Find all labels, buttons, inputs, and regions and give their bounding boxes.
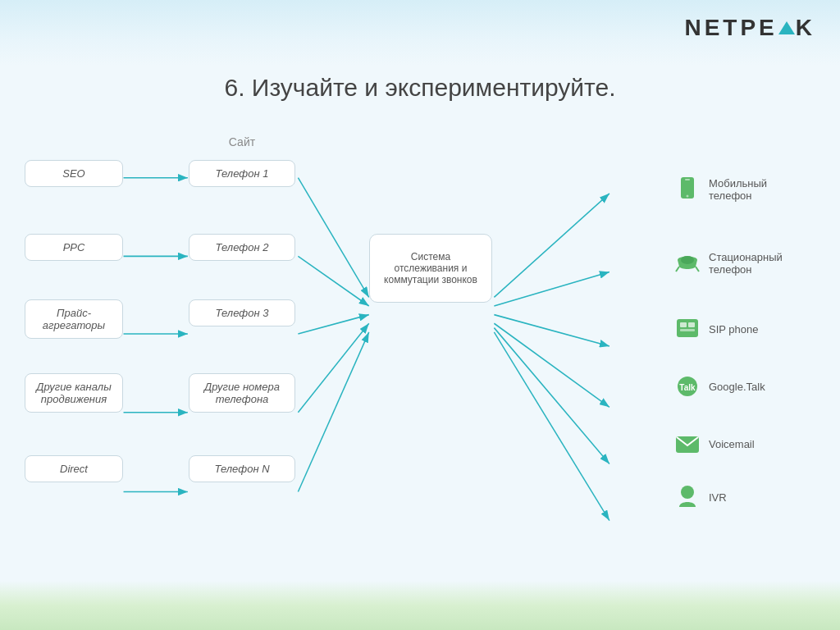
svg-line-6 — [298, 178, 368, 298]
svg-line-8 — [298, 315, 368, 334]
svg-point-20 — [681, 256, 694, 264]
svg-line-10 — [298, 332, 368, 492]
svg-line-7 — [298, 256, 368, 306]
phone-box-3: Телефон 3 — [189, 299, 295, 326]
svg-rect-23 — [688, 322, 695, 327]
phone-box-2: Телефон 2 — [189, 234, 295, 261]
svg-line-12 — [494, 272, 609, 306]
site-label: Сайт — [189, 135, 295, 148]
landline-icon — [674, 250, 701, 276]
phone-box-1: Телефон 1 — [189, 160, 295, 187]
voicemail-label: Voicemail — [709, 438, 807, 450]
phone-box-n: Телефон N — [189, 455, 295, 482]
source-seo: SEO — [25, 160, 123, 187]
landline-label: Стационарный телефон — [709, 251, 807, 276]
svg-rect-21 — [677, 319, 698, 337]
sip-label: SIP phone — [709, 323, 807, 336]
source-other: Другие каналы продвижения — [25, 373, 123, 413]
logo-text: NETPE — [684, 15, 777, 40]
diagram: Сайт SEO PPC Прайс- агрегаторы Другие ка… — [16, 127, 824, 581]
output-mobile: Мобильный телефон — [674, 176, 807, 203]
output-sip: SIP phone — [674, 316, 807, 342]
output-ivr: IVR — [674, 484, 807, 510]
gtalk-icon: Talk — [674, 373, 701, 399]
svg-text:Talk: Talk — [679, 383, 696, 392]
logo-text-end: K — [796, 15, 815, 40]
svg-line-16 — [494, 332, 609, 521]
svg-rect-22 — [680, 322, 687, 327]
phone-box-other: Другие номера телефона — [189, 373, 295, 413]
source-ppc: PPC — [25, 234, 123, 261]
page-title: 6. Изучайте и экспериментируйте. — [0, 74, 840, 102]
svg-rect-18 — [685, 179, 690, 180]
system-box: Система отслеживания и коммутации звонко… — [369, 234, 492, 303]
gtalk-label: Google.Talk — [709, 381, 807, 393]
logo: NETPEK — [684, 15, 815, 41]
mobile-icon — [674, 176, 701, 203]
source-direct: Direct — [25, 455, 123, 482]
svg-line-13 — [494, 315, 609, 346]
svg-line-14 — [494, 323, 609, 407]
output-gtalk: Talk Google.Talk — [674, 373, 807, 399]
svg-line-11 — [494, 194, 609, 298]
source-price: Прайс- агрегаторы — [25, 299, 123, 339]
logo-triangle-icon — [778, 21, 795, 34]
sip-icon — [674, 316, 701, 342]
ivr-icon — [674, 484, 701, 510]
mobile-label: Мобильный телефон — [709, 177, 807, 202]
svg-point-19 — [687, 195, 689, 198]
output-voicemail: Voicemail — [674, 431, 807, 457]
svg-point-28 — [681, 486, 694, 499]
svg-line-9 — [298, 323, 368, 412]
page-content: NETPEK 6. Изучайте и экспериментируйте. — [0, 0, 840, 630]
svg-rect-24 — [680, 329, 695, 331]
ivr-label: IVR — [709, 491, 807, 504]
svg-line-15 — [494, 328, 609, 464]
output-landline: Стационарный телефон — [674, 250, 807, 276]
voicemail-icon — [674, 431, 701, 457]
